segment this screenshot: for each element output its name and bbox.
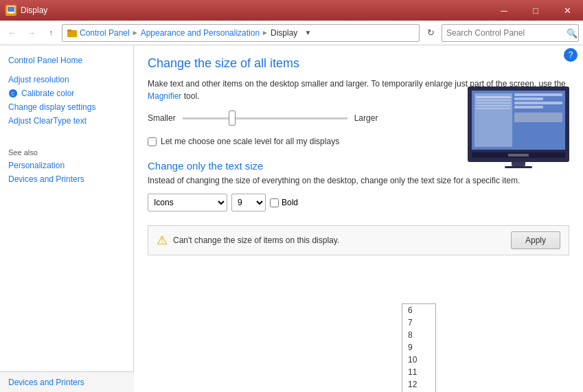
magnifier-link[interactable]: Magnifier	[148, 91, 181, 101]
item-type-dropdown[interactable]: Icons Title Bars Menus Message Boxes Pal…	[148, 194, 227, 211]
window-title: Display	[21, 5, 47, 15]
dropdown-list-item[interactable]: 9	[402, 341, 435, 354]
search-wrapper: 🔍	[442, 24, 579, 42]
apply-button[interactable]: Apply	[511, 231, 560, 249]
dropdown-list-item[interactable]: 7	[402, 316, 435, 329]
dropdown-list-item[interactable]: 11	[402, 366, 435, 378]
dropdown-list: 6789101112131415161718192021222324	[402, 303, 436, 392]
dropdowns-row: Icons Title Bars Menus Message Boxes Pal…	[148, 194, 569, 211]
title-bar: Display ─ □ ✕	[0, 0, 583, 21]
dropdown-list-item[interactable]: 10	[402, 354, 435, 366]
devices-printers-link[interactable]: Devices and Printers	[8, 378, 84, 387]
size-dropdown-wrapper: 678910 1112141618 202224	[231, 194, 266, 211]
see-also-label: See also	[0, 141, 133, 159]
section-desc: Instead of changing the size of everythi…	[148, 176, 569, 185]
svg-rect-4	[67, 30, 71, 32]
sidebar-home-link[interactable]: Control Panel Home	[0, 54, 133, 67]
sidebar-item-devices-printers[interactable]: Devices and Printers	[0, 172, 133, 186]
warning-bar: ⚠ Can't change the size of items on this…	[148, 225, 569, 255]
breadcrumb-current: Display	[271, 28, 297, 38]
back-button[interactable]: ←	[4, 25, 21, 41]
font-size-dropdown[interactable]: 678910 1112141618 202224	[231, 194, 266, 211]
sidebar-item-change-display[interactable]: Change display settings	[0, 100, 133, 114]
help-button[interactable]: ?	[564, 48, 578, 62]
main-layout: Control Panel Home Adjust resolution C C…	[0, 45, 583, 392]
app-icon	[5, 5, 16, 16]
scale-checkbox-label: Let me choose one scale level for all my…	[161, 137, 339, 146]
maximize-button[interactable]: □	[520, 0, 551, 21]
svg-text:C: C	[11, 91, 15, 97]
window-controls: ─ □ ✕	[488, 0, 583, 21]
warning-icon: ⚠	[157, 233, 168, 248]
breadcrumb-control-panel[interactable]: Control Panel	[80, 28, 130, 38]
sidebar-item-calibrate-color[interactable]: C Calibrate color	[0, 87, 133, 100]
larger-label: Larger	[354, 113, 378, 123]
dropdowns-container: Icons Title Bars Menus Message Boxes Pal…	[148, 194, 569, 211]
breadcrumb-appearance[interactable]: Appearance and Personalization	[141, 28, 260, 38]
folder-icon	[67, 27, 78, 38]
dropdown-list-item[interactable]: 6	[402, 304, 435, 316]
address-bar: ← → ↑ Control Panel ► Appearance and Per…	[0, 21, 583, 45]
breadcrumb: Control Panel ► Appearance and Personali…	[62, 24, 420, 42]
content-area: ? Change the size of all items Make text…	[134, 45, 583, 392]
svg-rect-2	[9, 12, 13, 14]
page-title: Change the size of all items	[148, 56, 569, 71]
up-button[interactable]: ↑	[43, 25, 59, 41]
size-slider[interactable]	[183, 117, 347, 119]
forward-button[interactable]: →	[23, 25, 40, 41]
bold-checkbox-area: Bold	[270, 198, 298, 207]
warning-text: Can't change the size of items on this d…	[173, 235, 339, 245]
sidebar: Control Panel Home Adjust resolution C C…	[0, 45, 134, 392]
smaller-label: Smaller	[148, 113, 176, 123]
search-button[interactable]: 🔍	[567, 27, 578, 38]
svg-rect-1	[8, 7, 14, 12]
close-button[interactable]: ✕	[551, 0, 583, 21]
dropdown-list-item[interactable]: 12	[402, 378, 435, 391]
bold-checkbox[interactable]	[270, 198, 279, 207]
sidebar-item-adjust-resolution[interactable]: Adjust resolution	[0, 73, 133, 87]
scale-checkbox[interactable]	[148, 137, 157, 146]
sidebar-item-personalization[interactable]: Personalization	[0, 159, 133, 172]
breadcrumb-dropdown-button[interactable]: ▼	[302, 27, 313, 38]
bold-label: Bold	[282, 198, 298, 207]
refresh-button[interactable]: ↻	[422, 25, 439, 41]
search-input[interactable]	[442, 24, 579, 42]
minimize-button[interactable]: ─	[488, 0, 520, 21]
dropdown-list-item[interactable]: 8	[402, 329, 435, 341]
status-bar: Devices and Printers	[0, 371, 134, 392]
monitor-preview	[468, 87, 569, 162]
calibrate-icon: C	[8, 89, 18, 98]
sidebar-item-cleartype[interactable]: Adjust ClearType text	[0, 114, 133, 128]
